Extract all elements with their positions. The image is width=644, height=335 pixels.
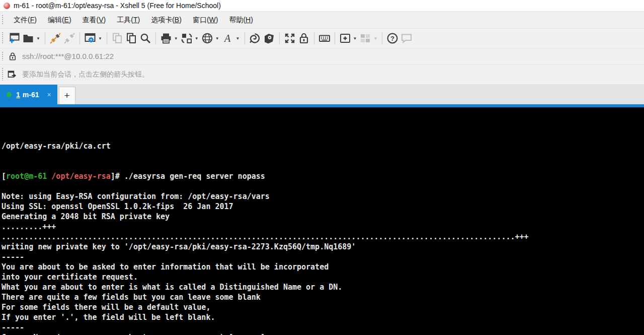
tab-index: 1 xyxy=(16,91,20,99)
menu-item-w[interactable]: 窗口(W) xyxy=(187,13,224,27)
properties-button[interactable] xyxy=(83,31,97,46)
terminal-output[interactable]: 直接回车 /opt/easy-rsa/pki/ca.crt [root@m-61… xyxy=(0,107,644,335)
add-session-arrow-icon[interactable] xyxy=(7,70,17,80)
svg-text:A: A xyxy=(223,33,231,44)
feedback-button xyxy=(399,31,414,46)
toolbar-separator xyxy=(155,32,156,44)
terminal-line: ----- xyxy=(2,252,644,262)
properties-icon xyxy=(84,32,96,44)
terminal-line: If you enter '.', the field will be left… xyxy=(2,312,644,322)
toolbar-separator xyxy=(107,32,107,44)
menu-item-f[interactable]: 文件(F) xyxy=(8,13,42,27)
terminal-line xyxy=(2,161,644,171)
menu-item-b[interactable]: 选项卡(B) xyxy=(145,13,187,27)
terminal-line: You are about to be asked to enter infor… xyxy=(2,262,644,272)
toolbar-separator xyxy=(79,32,80,44)
terminal-line: What you are about to enter is what is c… xyxy=(2,282,644,292)
toolbar-separator xyxy=(382,32,382,44)
open-folder-dropdown-caret[interactable]: ▼ xyxy=(35,36,42,41)
terminal-line: For some fields there will be a default … xyxy=(2,302,644,312)
new-session-icon xyxy=(8,32,20,44)
terminal-line: Note: using Easy-RSA configuration from:… xyxy=(2,191,644,202)
terminal-line: ........................................… xyxy=(2,232,644,242)
open-folder-button[interactable] xyxy=(21,31,35,46)
paste-icon xyxy=(125,32,137,44)
shell-spiral-icon xyxy=(249,32,261,44)
globe-dropdown-caret[interactable]: ▼ xyxy=(214,36,221,41)
font-button[interactable]: A xyxy=(221,31,235,46)
toolbar-separator xyxy=(45,32,45,44)
help-icon: ? xyxy=(386,32,398,44)
terminal-line: There are quite a few fields but you can… xyxy=(2,292,644,302)
tile-grid-button xyxy=(358,31,372,46)
terminal-line: writing new private key to '/opt/easy-rs… xyxy=(2,242,644,252)
print-button[interactable] xyxy=(159,31,173,46)
address-url[interactable]: ssh://root:***@10.0.0.61:22 xyxy=(22,52,114,60)
tab-close-icon[interactable]: × xyxy=(47,91,51,99)
open-folder-icon xyxy=(22,32,34,44)
connect-icon xyxy=(49,32,61,44)
terminal-line: Common Name (eg: your user, host, or ser… xyxy=(2,332,644,335)
print-dropdown-caret[interactable]: ▼ xyxy=(173,36,180,41)
menu-item-h[interactable]: 帮助(H) xyxy=(223,13,258,27)
disconnect-icon xyxy=(63,32,75,44)
toolbar-separator xyxy=(245,32,245,44)
terminal-line: .........+++ xyxy=(2,222,644,232)
title-bar: m-61 - root@m-61:/opt/easy-rsa - Xshell … xyxy=(0,0,644,12)
new-session-button[interactable] xyxy=(7,31,21,46)
rotate-windows-button[interactable] xyxy=(180,31,194,46)
info-bar: 要添加当前会话，点击左侧的箭头按钮。 xyxy=(0,64,644,85)
shell-spiral-button[interactable] xyxy=(248,31,262,46)
feedback-icon xyxy=(400,32,413,44)
find-button[interactable] xyxy=(138,31,152,46)
new-window-button[interactable] xyxy=(338,31,352,46)
lock-icon xyxy=(8,52,17,61)
info-message: 要添加当前会话，点击左侧的箭头按钮。 xyxy=(22,70,149,79)
keyboard-button[interactable] xyxy=(317,31,332,46)
rotate-windows-icon xyxy=(181,32,193,44)
terminal-line: /opt/easy-rsa/pki/ca.crt xyxy=(2,141,644,151)
keyboard-icon xyxy=(318,32,331,44)
terminal-line: ----- xyxy=(2,322,644,332)
terminal-line: into your certificate request. xyxy=(2,272,644,282)
menu-item-e[interactable]: 编辑(E) xyxy=(42,13,77,27)
lock-button[interactable] xyxy=(297,31,311,46)
disconnect-button xyxy=(62,31,76,46)
toolbar: ▼▼▼▼▼A▼▼▼? xyxy=(0,29,644,48)
folder-swirl-button[interactable] xyxy=(262,31,276,46)
toolbar-separator xyxy=(335,32,335,44)
find-icon xyxy=(139,32,151,44)
tab-m-61[interactable]: 1 m-61 × xyxy=(0,85,57,104)
globe-button[interactable] xyxy=(200,31,214,46)
fullscreen-button[interactable] xyxy=(283,31,297,46)
lock-icon xyxy=(298,32,310,44)
connected-status-dot xyxy=(7,92,12,97)
print-icon xyxy=(160,32,172,44)
window-title: m-61 - root@m-61:/opt/easy-rsa - Xshell … xyxy=(14,2,221,10)
menu-item-v[interactable]: 查看(V) xyxy=(77,13,112,27)
new-tab-button[interactable]: + xyxy=(59,87,75,104)
properties-dropdown-caret[interactable]: ▼ xyxy=(97,36,104,41)
menu-bar: 文件(F)编辑(E)查看(V)工具(T)选项卡(B)窗口(W)帮助(H) xyxy=(0,12,644,29)
terminal-line: Generating a 2048 bit RSA private key xyxy=(2,212,644,222)
new-window-dropdown-caret[interactable]: ▼ xyxy=(352,36,359,41)
help-button[interactable]: ? xyxy=(385,31,399,46)
paste-button[interactable] xyxy=(124,31,138,46)
connect-button[interactable] xyxy=(48,31,62,46)
toolbar-separator xyxy=(279,32,280,44)
menu-item-t[interactable]: 工具(T) xyxy=(111,13,145,27)
address-bar[interactable]: ssh://root:***@10.0.0.61:22 xyxy=(0,48,644,64)
copy-button xyxy=(110,31,124,46)
svg-text:?: ? xyxy=(390,35,394,42)
new-window-icon xyxy=(339,32,351,44)
xshell-logo-icon xyxy=(4,3,10,9)
fullscreen-icon xyxy=(284,32,296,44)
font-icon: A xyxy=(222,32,234,44)
folder-swirl-icon xyxy=(263,32,275,44)
tile-grid-dropdown-caret: ▼ xyxy=(372,36,379,41)
tab-bar: 1 m-61 × + xyxy=(0,85,644,104)
globe-icon xyxy=(201,32,213,44)
font-dropdown-caret[interactable]: ▼ xyxy=(235,36,242,41)
rotate-windows-dropdown-caret[interactable]: ▼ xyxy=(194,36,200,41)
terminal-line: [root@m-61 /opt/easy-rsa]# ./easyrsa gen… xyxy=(2,171,644,181)
